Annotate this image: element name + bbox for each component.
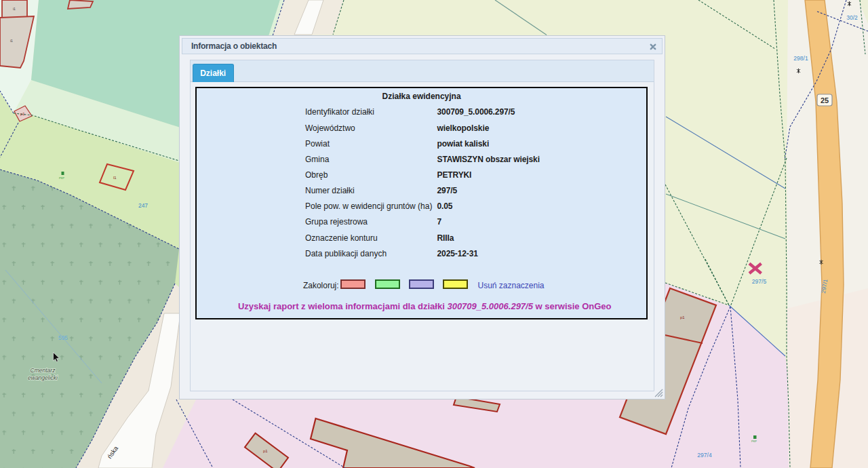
svg-text:p1: p1 xyxy=(680,315,685,319)
svg-text:p1: p1 xyxy=(263,449,268,453)
svg-text:298/1: 298/1 xyxy=(793,55,808,62)
svg-text:PKP: PKP xyxy=(751,440,757,443)
svg-text:l1: l1 xyxy=(113,176,117,180)
svg-text:297/5: 297/5 xyxy=(752,278,767,285)
svg-text:PKP: PKP xyxy=(59,176,64,180)
svg-text:Cmentarz: Cmentarz xyxy=(31,367,56,374)
svg-text:25: 25 xyxy=(821,96,829,104)
svg-text:i1: i1 xyxy=(13,7,16,11)
svg-text:247: 247 xyxy=(138,202,148,209)
svg-text:ewangelicki: ewangelicki xyxy=(28,374,58,381)
svg-text:30/2: 30/2 xyxy=(846,14,858,21)
svg-text:297/4: 297/4 xyxy=(697,452,712,459)
svg-text:i1: i1 xyxy=(10,39,13,43)
svg-text:p1: p1 xyxy=(20,112,25,116)
svg-text:595: 595 xyxy=(58,334,68,341)
